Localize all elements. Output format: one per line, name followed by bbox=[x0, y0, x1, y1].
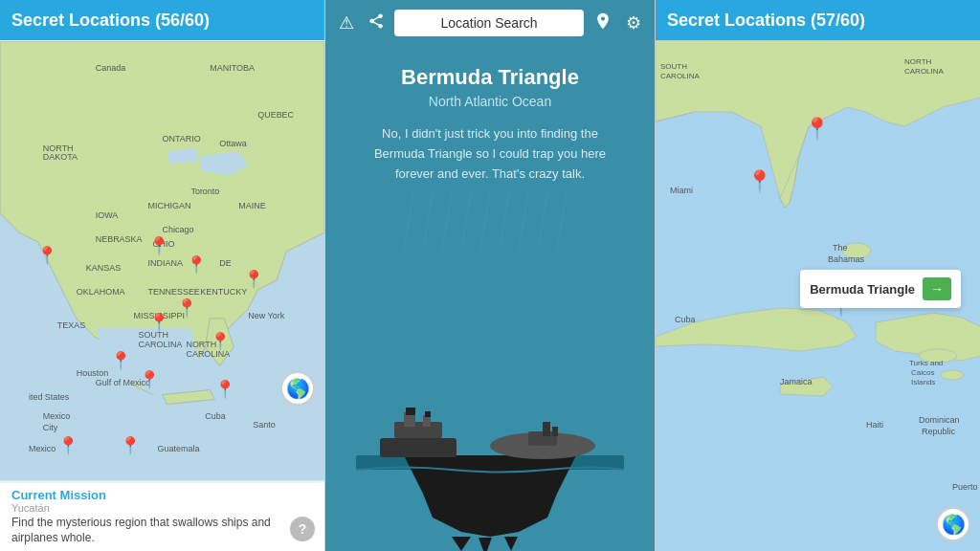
location-content: Bermuda Triangle North Atlantic Ocean No… bbox=[325, 46, 655, 360]
svg-text:KANSAS: KANSAS bbox=[86, 263, 121, 273]
svg-text:Miami: Miami bbox=[670, 186, 693, 195]
mission-text: Find the mysterious region that swallows… bbox=[11, 516, 313, 545]
svg-text:📍: 📍 bbox=[210, 331, 232, 352]
svg-text:📍: 📍 bbox=[176, 298, 198, 319]
svg-line-57 bbox=[557, 193, 567, 251]
svg-text:TENNESSEE: TENNESSEE bbox=[148, 287, 200, 297]
svg-text:The: The bbox=[833, 243, 848, 253]
svg-line-54 bbox=[500, 193, 509, 251]
pin-icon[interactable] bbox=[590, 8, 616, 39]
svg-text:📍: 📍 bbox=[804, 116, 831, 142]
svg-line-53 bbox=[480, 193, 490, 251]
svg-text:CAROLINA: CAROLINA bbox=[139, 340, 183, 349]
svg-text:Guatemala: Guatemala bbox=[158, 444, 200, 453]
svg-text:📍: 📍 bbox=[110, 350, 132, 371]
svg-text:Haiti: Haiti bbox=[866, 420, 883, 430]
svg-text:ited States: ited States bbox=[29, 392, 70, 402]
svg-text:Chicago: Chicago bbox=[163, 225, 194, 234]
right-panel: Secret Locations (57/60) SOUTH CAROL bbox=[655, 0, 980, 551]
svg-line-56 bbox=[538, 193, 547, 251]
svg-text:📍: 📍 bbox=[186, 254, 208, 276]
svg-text:CAROLINA: CAROLINA bbox=[904, 67, 945, 76]
svg-text:DE: DE bbox=[219, 258, 231, 268]
svg-text:📍: 📍 bbox=[243, 269, 265, 290]
globe-icon-left: 🌎 bbox=[286, 377, 310, 400]
right-title: Secret Locations (57/60) bbox=[667, 11, 865, 31]
location-description: No, I didn't just trick you into finding… bbox=[356, 124, 624, 184]
svg-text:Jamaica: Jamaica bbox=[780, 377, 813, 386]
svg-text:📍: 📍 bbox=[148, 312, 170, 333]
svg-text:CAROLINA: CAROLINA bbox=[660, 72, 701, 80]
warning-icon[interactable]: ⚠ bbox=[335, 9, 358, 37]
bermuda-tooltip[interactable]: Bermuda Triangle → bbox=[800, 270, 961, 308]
svg-text:KENTUCKY: KENTUCKY bbox=[200, 287, 247, 297]
right-map[interactable]: SOUTH CAROLINA NORTH CAROLINA Miami The … bbox=[656, 40, 980, 551]
svg-text:OKLAHOMA: OKLAHOMA bbox=[77, 287, 125, 297]
svg-text:Ottawa: Ottawa bbox=[219, 139, 246, 148]
svg-line-55 bbox=[519, 193, 528, 251]
svg-text:Puerto: Puerto bbox=[952, 482, 978, 492]
svg-text:Cuba: Cuba bbox=[205, 411, 225, 421]
svg-text:Cuba: Cuba bbox=[675, 315, 696, 324]
svg-text:📍: 📍 bbox=[139, 369, 161, 390]
svg-text:Bahamas: Bahamas bbox=[828, 254, 865, 264]
svg-text:Mexico: Mexico bbox=[43, 411, 70, 421]
svg-text:📍: 📍 bbox=[120, 435, 142, 456]
mission-help-button[interactable]: ? bbox=[290, 517, 315, 541]
svg-text:📍: 📍 bbox=[214, 379, 236, 400]
svg-text:📍: 📍 bbox=[57, 435, 79, 456]
svg-text:Dominican: Dominican bbox=[919, 415, 960, 425]
svg-text:MICHIGAN: MICHIGAN bbox=[148, 201, 191, 210]
svg-rect-60 bbox=[380, 438, 457, 457]
middle-toolbar: ⚠ Location Search ⚙ bbox=[325, 0, 655, 46]
location-name: Bermuda Triangle bbox=[401, 65, 579, 90]
svg-text:Islands: Islands bbox=[911, 378, 935, 386]
left-title: Secret Locations (56/60) bbox=[11, 11, 210, 31]
mission-title: Current Mission bbox=[11, 488, 313, 502]
svg-marker-70 bbox=[452, 537, 471, 551]
svg-text:QUEBEC: QUEBEC bbox=[257, 110, 294, 120]
mission-bar: Current Mission Yucatán Find the mysteri… bbox=[0, 482, 324, 551]
right-header: Secret Locations (57/60) bbox=[656, 0, 980, 40]
svg-rect-69 bbox=[552, 427, 558, 436]
globe-button-right[interactable]: 🌎 bbox=[936, 507, 970, 541]
svg-text:📍: 📍 bbox=[36, 245, 58, 266]
svg-marker-71 bbox=[479, 538, 492, 551]
svg-text:Houston: Houston bbox=[77, 368, 108, 378]
bermuda-illustration bbox=[325, 360, 655, 551]
left-panel: Secret Locations (56/60) Canada MANITOBA… bbox=[0, 0, 325, 551]
svg-text:Caicos: Caicos bbox=[911, 368, 934, 377]
help-icon: ? bbox=[299, 521, 307, 537]
svg-text:City: City bbox=[43, 423, 58, 432]
svg-text:📍: 📍 bbox=[746, 168, 773, 194]
tooltip-label: Bermuda Triangle bbox=[810, 282, 915, 297]
svg-text:TEXAS: TEXAS bbox=[57, 320, 85, 330]
location-subtitle: North Atlantic Ocean bbox=[429, 94, 551, 109]
svg-line-49 bbox=[404, 193, 413, 251]
svg-text:Mexico: Mexico bbox=[29, 444, 56, 453]
svg-text:MAINE: MAINE bbox=[238, 201, 265, 210]
svg-rect-64 bbox=[406, 408, 415, 415]
svg-line-51 bbox=[442, 193, 452, 251]
svg-text:NORTH: NORTH bbox=[904, 57, 932, 66]
globe-icon-right: 🌎 bbox=[942, 513, 966, 536]
svg-text:DAKOTA: DAKOTA bbox=[43, 152, 78, 162]
svg-point-78 bbox=[941, 370, 964, 380]
svg-text:📍: 📍 bbox=[148, 235, 170, 256]
tooltip-arrow[interactable]: → bbox=[923, 277, 951, 300]
svg-marker-72 bbox=[504, 537, 518, 551]
svg-rect-61 bbox=[394, 422, 442, 438]
svg-text:Republic: Republic bbox=[922, 427, 956, 436]
search-label: Location Search bbox=[440, 15, 537, 31]
share-icon[interactable] bbox=[364, 9, 389, 38]
location-search-bar[interactable]: Location Search bbox=[394, 10, 584, 36]
globe-button-left[interactable]: 🌎 bbox=[280, 371, 315, 406]
svg-rect-68 bbox=[543, 422, 550, 436]
svg-text:IOWA: IOWA bbox=[96, 210, 119, 220]
middle-panel: ⚠ Location Search ⚙ Bermuda Triangle Nor… bbox=[325, 0, 655, 551]
svg-text:ONTARIO: ONTARIO bbox=[163, 134, 201, 143]
left-map[interactable]: Canada MANITOBA NORTH DAKOTA ONTARIO QUE… bbox=[0, 40, 324, 482]
svg-rect-65 bbox=[425, 411, 431, 417]
settings-icon[interactable]: ⚙ bbox=[622, 9, 645, 37]
svg-text:NEBRASKA: NEBRASKA bbox=[96, 234, 143, 244]
